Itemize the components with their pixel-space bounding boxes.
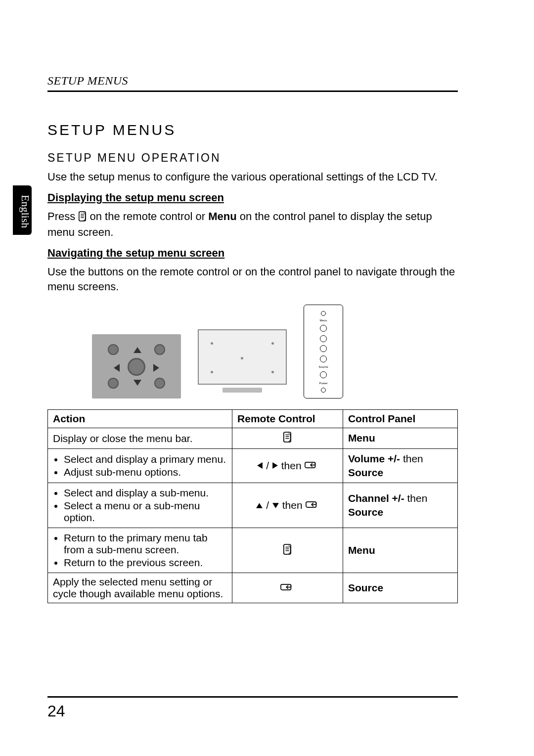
enter-icon xyxy=(305,460,318,471)
menu-icon xyxy=(78,211,87,225)
panel-label: Volume +/- xyxy=(348,453,400,464)
side-button xyxy=(320,335,327,342)
side-button xyxy=(321,388,326,393)
panel-cell: Volume +/- then Source xyxy=(343,448,457,483)
figure-tv-back xyxy=(193,324,292,399)
table-row: Display or close the menu bar. Menu xyxy=(48,428,458,448)
page-title: SETUP MENUS xyxy=(47,122,458,138)
section-title: SETUP MENU OPERATION xyxy=(47,151,458,165)
figure-remote-dpad xyxy=(92,334,181,399)
action-item: Select and display a primary menu. xyxy=(64,453,227,465)
top-rule xyxy=(47,90,458,92)
action-cell: Select and display a primary menu. Adjus… xyxy=(48,448,232,483)
table-header-row: Action Remote Control Control Panel xyxy=(48,410,458,428)
menu-label: Menu xyxy=(208,210,236,222)
figures-row: Menu Source Power xyxy=(92,305,458,399)
slash: / xyxy=(266,460,272,471)
page-number: 24 xyxy=(47,702,65,720)
displaying-text: Press on the remote control or Menu on t… xyxy=(47,209,458,240)
panel-label: Menu xyxy=(348,544,375,556)
panel-label: Channel +/- xyxy=(348,492,404,504)
side-button xyxy=(321,311,326,316)
operations-table: Action Remote Control Control Panel Disp… xyxy=(47,409,458,603)
col-action: Action xyxy=(48,410,232,428)
side-button-label: Menu xyxy=(319,319,327,322)
text-fragment: then xyxy=(400,453,423,464)
panel-label: Menu xyxy=(348,432,375,444)
remote-cell xyxy=(232,428,343,448)
table-row: Select and display a sub-menu. Select a … xyxy=(48,483,458,528)
then-label: then xyxy=(282,499,303,511)
panel-cell: Menu xyxy=(343,428,457,448)
subsection-displaying: Displaying the setup menu screen xyxy=(47,191,458,204)
action-item: Select and display a sub-menu. xyxy=(64,487,227,499)
action-cell: Return to the primary menu tab from a su… xyxy=(48,528,232,573)
menu-icon xyxy=(283,545,292,557)
remote-cell xyxy=(232,573,343,603)
side-button xyxy=(320,371,327,378)
table-row: Select and display a primary menu. Adjus… xyxy=(48,448,458,483)
enter-icon xyxy=(280,582,294,593)
action-item: Adjust sub-menu options. xyxy=(64,466,227,478)
panel-cell: Channel +/- then Source xyxy=(343,483,457,528)
panel-cell: Menu xyxy=(343,528,457,573)
col-panel: Control Panel xyxy=(343,410,457,428)
panel-label: Source xyxy=(348,582,383,593)
panel-label: Source xyxy=(348,467,383,478)
running-head: SETUP MENUS xyxy=(47,74,458,88)
language-tab: English xyxy=(13,185,32,235)
bottom-rule xyxy=(47,696,458,698)
slash: / xyxy=(266,499,272,511)
action-cell: Apply the selected menu setting or cycle… xyxy=(48,573,232,603)
side-button xyxy=(320,325,327,332)
remote-cell: / then xyxy=(232,448,343,483)
action-item: Return to the primary menu tab from a su… xyxy=(64,532,227,556)
left-arrow-icon xyxy=(257,460,263,471)
figure-side-buttons: Menu Source Power xyxy=(304,305,343,399)
then-label: then xyxy=(281,460,302,471)
enter-icon xyxy=(306,499,319,511)
side-button-label: Power xyxy=(319,382,327,385)
down-arrow-icon xyxy=(272,499,279,511)
panel-label: Source xyxy=(348,506,383,518)
action-item: Select a menu or a sub-menu option. xyxy=(64,500,227,524)
intro-text: Use the setup menus to configure the var… xyxy=(47,170,458,184)
navigating-text: Use the buttons on the remote control or… xyxy=(47,265,458,294)
col-remote: Remote Control xyxy=(232,410,343,428)
side-button xyxy=(320,356,327,362)
text-fragment: Press xyxy=(47,210,78,222)
right-arrow-icon xyxy=(272,460,278,471)
remote-cell: / then xyxy=(232,483,343,528)
subsection-navigating: Navigating the setup menu screen xyxy=(47,247,458,260)
action-item: Return to the previous screen. xyxy=(64,557,227,569)
action-cell: Select and display a sub-menu. Select a … xyxy=(48,483,232,528)
remote-cell xyxy=(232,528,343,573)
menu-icon xyxy=(283,433,292,445)
table-row: Return to the primary menu tab from a su… xyxy=(48,528,458,573)
up-arrow-icon xyxy=(256,499,263,511)
panel-cell: Source xyxy=(343,573,457,603)
page-content: SETUP MENUS SETUP MENUS SETUP MENU OPERA… xyxy=(47,74,458,603)
text-fragment: then xyxy=(404,492,428,504)
side-button-label: Source xyxy=(318,365,328,368)
table-row: Apply the selected menu setting or cycle… xyxy=(48,573,458,603)
side-button xyxy=(320,345,327,352)
action-cell: Display or close the menu bar. xyxy=(48,428,232,448)
text-fragment: on the remote control or xyxy=(89,210,208,222)
